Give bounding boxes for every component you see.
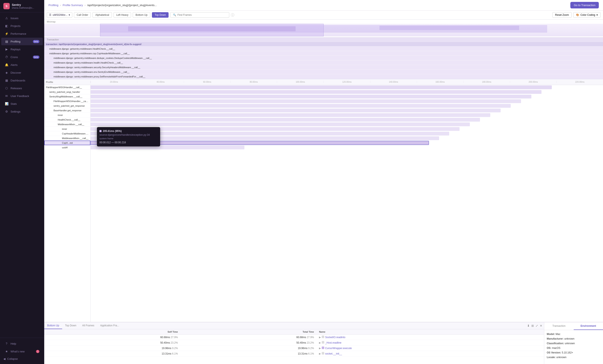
toolbar-right: Reset Zoom 🎨 Color Coding ▾ (552, 12, 601, 18)
expand-icon[interactable]: ⤢ (536, 324, 538, 327)
close-panel-icon[interactable]: ✕ (540, 324, 542, 327)
crons-badge: beta (33, 55, 39, 59)
flame-bar-6 (91, 113, 490, 117)
collapse-button[interactable]: ◀ Collapse (0, 355, 44, 362)
bottom-tab-bottom-up[interactable]: Bottom Up (44, 322, 62, 329)
breadcrumb-profile-summary[interactable]: Profile Summary (63, 4, 83, 7)
breadcrumb-profiling[interactable]: Profiling (48, 4, 58, 7)
transaction-row-5[interactable]: middleware.django: sentry.middleware.sec… (44, 65, 603, 70)
timeline-header: Profile 20.00ms 40.00ms 60.00ms 80.00ms … (44, 79, 603, 85)
goto-transaction-button[interactable]: Go to Transaction (570, 2, 599, 8)
flame-row-10[interactable]: CspHeaderMiddleware.__call__ (44, 131, 90, 136)
download-icon[interactable]: ⬇ (527, 324, 530, 327)
bottom-tab-app-frames[interactable]: Application Fra... (97, 322, 122, 329)
func-cell: ▶CursorWrapper.execute (316, 345, 544, 351)
reset-zoom-button[interactable]: Reset Zoom (552, 12, 572, 18)
name-header[interactable]: Name (316, 329, 544, 335)
flame-row-9[interactable]: inner (44, 127, 90, 131)
bottom-table-header: Self Time Total Time Name (44, 329, 544, 335)
tick-8: 180.00ms (463, 81, 510, 83)
env-row-0: Model: Mac (547, 333, 601, 336)
total-time-cell: 19.96ms 9.2% (180, 345, 316, 351)
sidebar-item-crons[interactable]: ⏱ Crons beta (1, 53, 43, 61)
table-row[interactable]: 13.31ms 6.1% 13.31ms 6.1% ▶socket.__init… (44, 351, 544, 356)
sidebar-item-issues[interactable]: ⚠ Issues (1, 14, 43, 22)
thread-selector[interactable]: ☰ uWSGIWor... ▾ (47, 12, 72, 18)
left-heavy-button[interactable]: Left Heavy (114, 12, 131, 18)
flame-bar-5 (91, 109, 501, 112)
sidebar-item-settings[interactable]: ⚙ Settings (1, 108, 43, 115)
split-view-icon[interactable]: ⊞ (531, 324, 534, 327)
flame-bar-12 (91, 141, 429, 145)
alphabetical-button[interactable]: Alphabetical (93, 12, 112, 18)
transaction-row-7[interactable]: middleware.django: sentry.middleware.pro… (44, 74, 603, 79)
flame-row-11[interactable]: MiddlewareMixin.__call__ (44, 136, 90, 141)
minimap-viewport[interactable] (100, 24, 324, 36)
flame-row-3[interactable]: FileWrapperWSGIHandler.__call__ (44, 99, 90, 103)
table-row[interactable]: 60.68ms 27.9% 60.68ms 27.9% ▶SocketIO.re… (44, 335, 544, 340)
sidebar-item-performance[interactable]: ⚡ Performance (1, 30, 43, 37)
sidebar-label-performance: Performance (11, 32, 26, 35)
sidebar-item-profiling[interactable]: ▤ Profiling beta (1, 38, 43, 45)
sidebar-item-discover[interactable]: ◈ Discover (1, 69, 43, 76)
sidebar-item-releases[interactable]: ⬡ Releases (1, 84, 43, 92)
table-row[interactable]: 50.40ms 23.2% 50.40ms 23.2% ▶_Host.readl… (44, 340, 544, 345)
sidebar-item-projects[interactable]: ◧ Projects (1, 22, 43, 30)
flame-row-1[interactable]: sentry_patched_wsgi_handler (44, 90, 90, 94)
top-down-button[interactable]: Top Down (152, 12, 169, 18)
func-type-icon (322, 352, 324, 354)
find-frames-input[interactable] (177, 13, 227, 16)
call-order-button[interactable]: Call Order (74, 12, 91, 18)
bottom-tab-all-frames[interactable]: All Frames (79, 322, 97, 329)
self-time-header[interactable]: Self Time (44, 329, 180, 335)
right-tab-environment[interactable]: Environment (574, 322, 603, 330)
sidebar-item-help[interactable]: ? Help (1, 340, 43, 347)
bar-row-5 (91, 108, 603, 113)
transaction-row-label-0: transaction: /api/0/projects/{organizati… (44, 43, 603, 45)
tick-2: 60.00ms (184, 81, 230, 83)
sidebar-item-dashboards[interactable]: ▦ Dashboards (1, 77, 43, 84)
flame-row-12[interactable]: CspH...est (44, 141, 90, 145)
sidebar-item-replays[interactable]: ▶ Replays (1, 45, 43, 53)
total-time-header[interactable]: Total Time (180, 329, 316, 335)
flame-label-10: CspHeaderMiddleware.__call__ (44, 132, 90, 135)
flame-row-6[interactable]: inner (44, 113, 90, 117)
sidebar-item-alerts[interactable]: 🔔 Alerts (1, 61, 43, 69)
transaction-row-0[interactable]: transaction: /api/0/projects/{organizati… (44, 42, 603, 46)
transaction-row-2[interactable]: middleware.django: getsentry.middleware.… (44, 51, 603, 56)
bottom-left: Bottom Up Top Down All Frames Applicatio… (44, 322, 544, 364)
sidebar-item-stats[interactable]: 📊 Stats (1, 100, 43, 108)
flame-row-13[interactable]: uuid4 (44, 145, 90, 150)
transaction-row-4[interactable]: middleware.django: sentry.middleware.hea… (44, 60, 603, 65)
right-tab-transaction[interactable]: Transaction (544, 322, 574, 330)
flame-row-8[interactable]: MiddlewareMixin.__call__ (44, 122, 90, 127)
bottom-tab-top-down[interactable]: Top Down (62, 322, 79, 329)
transaction-row-3[interactable]: middleware.django: getsentry.middleware.… (44, 56, 603, 60)
minimap-canvas[interactable] (44, 24, 603, 36)
flame-graph: FileWrapperWSGIHandler.__call__ sentry_p… (44, 85, 603, 322)
sidebar-label-dashboards: Dashboards (11, 79, 25, 82)
total-time-cell: 50.40ms 23.2% (180, 340, 316, 345)
menu-icon: ☰ (49, 13, 51, 16)
flame-label-12: CspH...est (44, 142, 90, 144)
sidebar-item-whats-new[interactable]: ★ What's new 1 (1, 348, 43, 355)
row-expand-icon: ▶ (319, 352, 321, 355)
sidebar-item-user-feedback[interactable]: ✉ User Feedback (1, 92, 43, 100)
self-time-cell: 13.31ms 6.1% (44, 351, 180, 356)
flame-row-5[interactable]: BaseHandler.get_response (44, 108, 90, 113)
flame-bar-0 (91, 85, 552, 89)
flame-row-0[interactable]: FileWrapperWSGIHandler.__call__ (44, 85, 90, 90)
info-icon[interactable]: i (231, 13, 234, 17)
transaction-row-1[interactable]: middleware.django: getsentry.middleware.… (44, 46, 603, 51)
table-row[interactable]: 19.96ms 9.2% 19.96ms 9.2% ▶CursorWrapper… (44, 345, 544, 351)
flame-label-2: SentryWsgiMiddleware.__call__ (44, 95, 90, 98)
flame-row-2[interactable]: SentryWsgiMiddleware.__call__ (44, 94, 90, 99)
bottom-up-button[interactable]: Bottom Up (133, 12, 150, 18)
env-key-4: OS Version: (547, 351, 561, 354)
flame-row-7[interactable]: HealthCheck.__call__ (44, 117, 90, 122)
env-key-1: Manufacturer: (547, 337, 564, 340)
flame-row-4[interactable]: sentry_patched_get_response (44, 103, 90, 108)
bar-row-0 (91, 85, 603, 90)
color-coding-button[interactable]: 🎨 Color Coding ▾ (573, 12, 601, 18)
transaction-row-6[interactable]: middleware.django: sentry.middleware.env… (44, 70, 603, 74)
